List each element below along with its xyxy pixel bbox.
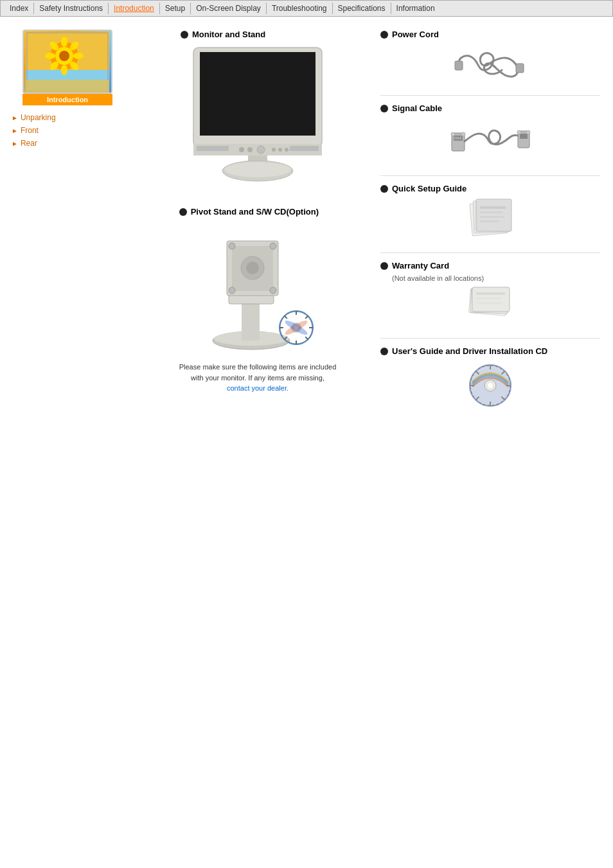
svg-rect-56	[455, 61, 463, 70]
svg-point-4	[59, 51, 69, 61]
nav-information[interactable]: Information	[391, 3, 440, 14]
main-container: Introduction ► Unparking ► Front ► Rear	[0, 17, 613, 442]
power-cord-image	[380, 43, 600, 85]
svg-point-38	[270, 287, 276, 294]
sidebar-monitor-svg	[26, 31, 109, 93]
users-guide-title: User's Guide and Driver Installation CD	[380, 346, 600, 356]
monitor-title: Monitor and Stand	[181, 30, 335, 39]
signal-cable-title: Signal Cable	[380, 103, 600, 113]
footnote-main: Please make sure the following items are…	[179, 363, 337, 382]
sidebar-item-unparking[interactable]: ► Unparking	[12, 113, 129, 122]
svg-rect-16	[200, 52, 315, 136]
warranty-card-section: Warranty Card (Not available in all loca…	[380, 261, 600, 339]
nav-osd[interactable]: On-Screen Display	[191, 3, 267, 14]
monitor-title-text: Monitor and Stand	[192, 30, 265, 39]
svg-rect-25	[290, 146, 319, 151]
monitor-section: Monitor and Stand	[181, 30, 335, 188]
users-guide-title-text: User's Guide and Driver Installation CD	[392, 346, 547, 356]
pivot-title: Pivot Stand and S/W CD(Option)	[179, 207, 337, 217]
sidebar: Introduction ► Unparking ► Front ► Rear	[0, 23, 135, 436]
svg-rect-75	[480, 216, 504, 218]
svg-point-19	[247, 147, 253, 152]
signal-cable-section: Signal Cable	[380, 103, 600, 176]
warranty-card-title-text: Warranty Card	[392, 261, 449, 270]
warranty-svg	[465, 286, 516, 328]
nav-index[interactable]: Index	[4, 3, 34, 14]
footnote-dealer-link[interactable]: contact your dealer.	[227, 384, 289, 392]
svg-rect-67	[520, 134, 528, 139]
sidebar-links: ► Unparking ► Front ► Rear	[6, 113, 129, 152]
svg-point-65	[461, 132, 465, 136]
quick-setup-bullet	[380, 185, 388, 193]
power-cord-title: Power Cord	[380, 30, 600, 39]
content-left: Monitor and Stand	[148, 30, 368, 429]
content-right: Power Cord Signal Cab	[380, 30, 600, 429]
arrow-icon-rear: ►	[12, 140, 18, 147]
svg-point-68	[517, 130, 521, 134]
nav-introduction[interactable]: Introduction	[109, 3, 160, 14]
warranty-subtitle: (Not available in all locations)	[392, 274, 600, 282]
svg-line-52	[285, 316, 287, 319]
quick-setup-section: Quick Setup Guide	[380, 184, 600, 253]
svg-point-9	[61, 65, 67, 75]
sidebar-link-unparking[interactable]: Unparking	[21, 113, 56, 122]
power-cord-section: Power Cord	[380, 30, 600, 96]
pivot-title-text: Pivot Stand and S/W CD(Option)	[191, 207, 319, 217]
arrow-icon-front: ►	[12, 127, 18, 134]
sidebar-item-rear[interactable]: ► Rear	[12, 139, 129, 148]
signal-cable-bullet	[380, 105, 388, 112]
sidebar-link-front[interactable]: Front	[21, 126, 39, 135]
users-guide-section: User's Guide and Driver Installation CD	[380, 346, 600, 421]
sidebar-hero-image	[22, 30, 112, 94]
svg-line-54	[305, 316, 308, 319]
nav-troubleshooting[interactable]: Troubleshooting	[267, 3, 333, 14]
quick-setup-title-text: Quick Setup Guide	[392, 184, 466, 193]
warranty-card-image	[380, 286, 600, 328]
footnote-text: Please make sure the following items are…	[179, 362, 337, 394]
quick-setup-image	[380, 197, 600, 242]
svg-rect-24	[197, 146, 229, 151]
navbar: Index Safety Instructions Introduction S…	[0, 0, 613, 17]
svg-rect-82	[476, 302, 502, 304]
svg-point-40	[246, 261, 259, 274]
monitor-illustration	[181, 44, 335, 186]
power-cord-title-text: Power Cord	[392, 30, 439, 39]
arrow-icon-unparking: ►	[12, 114, 18, 121]
users-guide-cd-image	[380, 360, 600, 411]
quick-setup-title: Quick Setup Guide	[380, 184, 600, 193]
svg-point-5	[61, 37, 67, 47]
svg-rect-73	[480, 206, 506, 209]
sidebar-introduction-label: Introduction	[22, 94, 112, 105]
svg-rect-31	[242, 299, 260, 341]
sidebar-link-rear[interactable]: Rear	[21, 139, 37, 148]
signal-cable-svg	[449, 117, 532, 165]
svg-point-20	[257, 146, 265, 154]
users-guide-bullet	[380, 348, 388, 355]
svg-point-37	[229, 287, 235, 294]
svg-rect-72	[476, 199, 511, 231]
svg-point-7	[73, 53, 84, 59]
pivot-bullet	[179, 208, 187, 216]
warranty-card-title: Warranty Card	[380, 261, 600, 270]
svg-rect-14	[26, 80, 109, 93]
monitor-bullet	[181, 31, 188, 39]
svg-point-95	[488, 383, 493, 388]
svg-point-35	[229, 243, 235, 249]
quick-setup-svg	[465, 197, 516, 242]
svg-point-18	[239, 147, 244, 152]
power-cord-svg	[452, 43, 529, 85]
nav-safety[interactable]: Safety Instructions	[34, 3, 109, 14]
svg-line-53	[305, 337, 308, 339]
svg-rect-74	[480, 211, 502, 213]
nav-setup[interactable]: Setup	[160, 3, 191, 14]
nav-specifications[interactable]: Specifications	[333, 3, 391, 14]
signal-cable-image	[380, 117, 600, 165]
signal-cable-title-text: Signal Cable	[392, 103, 442, 113]
users-guide-cd-svg	[465, 360, 516, 411]
svg-point-23	[285, 148, 289, 152]
sidebar-item-front[interactable]: ► Front	[12, 126, 129, 135]
svg-rect-80	[476, 292, 505, 295]
svg-point-21	[272, 148, 276, 152]
svg-point-28	[224, 162, 291, 177]
svg-point-69	[526, 130, 530, 134]
